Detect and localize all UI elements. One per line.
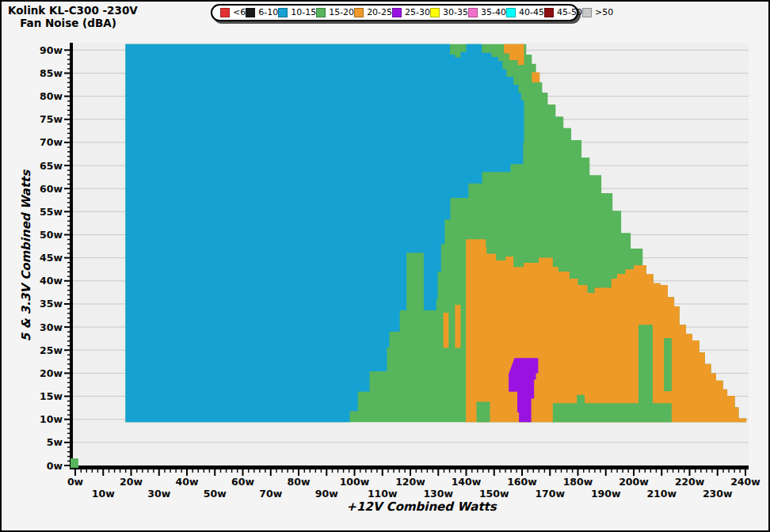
y-minor-tick <box>67 55 70 55</box>
x-minor-tick <box>321 469 322 473</box>
x-major-tick <box>437 469 439 476</box>
x-minor-tick <box>678 469 679 473</box>
y-major-tick <box>64 303 70 305</box>
y-tick-label: 40w <box>40 275 63 287</box>
y-minor-tick <box>67 446 70 447</box>
y-minor-tick <box>67 179 70 180</box>
y-tick-label: 15w <box>40 390 63 402</box>
x-minor-tick <box>125 469 126 473</box>
x-minor-tick <box>739 469 740 473</box>
x-minor-tick <box>310 469 311 473</box>
y-minor-tick <box>67 230 70 230</box>
heatmap-plot: 0w10w20w30w40w50w60w70w80w90w100w110w120… <box>2 2 770 532</box>
y-tick-label: 5w <box>47 436 63 448</box>
x-minor-tick <box>528 469 528 473</box>
x-minor-tick <box>416 469 417 473</box>
y-major-tick <box>64 119 70 120</box>
x-minor-tick <box>371 469 372 473</box>
x-minor-tick <box>231 469 232 473</box>
x-minor-tick <box>259 469 260 473</box>
y-major-tick <box>64 465 70 466</box>
y-tick-label: 85w <box>40 67 63 79</box>
x-axis-title: +12V Combined Watts <box>263 500 580 514</box>
x-tick-label: 0w <box>67 476 84 488</box>
x-minor-tick <box>734 469 734 473</box>
y-minor-tick <box>67 355 70 355</box>
x-minor-tick <box>153 469 154 473</box>
x-major-tick <box>494 469 495 476</box>
x-minor-tick <box>281 469 282 473</box>
y-minor-tick <box>67 169 70 170</box>
y-minor-tick <box>67 161 70 162</box>
x-tick-label: 30w <box>147 488 170 500</box>
x-minor-tick <box>181 469 181 473</box>
x-tick-label: 10w <box>92 488 115 500</box>
y-minor-tick <box>67 193 70 194</box>
y-major-tick <box>64 372 70 374</box>
y-minor-tick <box>67 82 70 83</box>
x-minor-tick <box>455 469 456 473</box>
y-minor-tick <box>67 451 70 452</box>
y-minor-tick <box>67 382 70 383</box>
x-minor-tick <box>627 469 628 473</box>
y-tick-label: 65w <box>40 160 63 172</box>
y-minor-tick <box>67 414 70 415</box>
x-minor-tick <box>109 469 109 473</box>
y-minor-tick <box>67 345 70 346</box>
x-minor-tick <box>555 469 556 473</box>
y-minor-tick <box>67 378 70 378</box>
x-minor-tick <box>700 469 701 473</box>
y-minor-tick <box>67 202 70 203</box>
x-minor-tick <box>566 469 567 473</box>
x-minor-tick <box>248 469 249 473</box>
y-minor-tick <box>67 244 70 245</box>
x-minor-tick <box>164 469 165 473</box>
x-major-tick <box>717 469 719 476</box>
y-minor-tick <box>67 308 70 309</box>
y-tick-label: 80w <box>40 90 63 102</box>
y-minor-tick <box>67 78 70 78</box>
y-minor-tick <box>67 363 70 364</box>
chart-screenshot: Kolink KL-C300 -230V Fan Noise (dBA) <66… <box>0 0 770 532</box>
x-tick-label: 100w <box>340 476 370 488</box>
x-minor-tick <box>86 469 87 473</box>
y-major-tick <box>64 326 70 328</box>
x-minor-tick <box>209 469 210 473</box>
y-minor-tick <box>67 386 70 387</box>
x-minor-tick <box>427 469 428 473</box>
x-minor-tick <box>276 469 276 473</box>
x-minor-tick <box>477 469 478 473</box>
y-minor-tick <box>67 456 70 457</box>
y-minor-tick <box>67 438 70 439</box>
x-tick-label: 110w <box>368 488 398 500</box>
y-major-tick <box>64 349 70 351</box>
y-minor-tick <box>67 114 70 115</box>
y-major-tick <box>64 142 70 143</box>
x-minor-tick <box>376 469 377 473</box>
y-minor-tick <box>67 331 70 332</box>
y-minor-tick <box>67 174 70 175</box>
x-minor-tick <box>510 469 511 473</box>
y-minor-tick <box>67 197 70 198</box>
x-minor-tick <box>695 469 696 473</box>
x-minor-tick <box>170 469 170 473</box>
y-minor-tick <box>67 138 70 139</box>
x-major-tick <box>382 469 383 476</box>
x-tick-label: 180w <box>563 476 593 488</box>
x-tick-label: 80w <box>288 476 311 488</box>
x-major-tick <box>242 469 244 476</box>
y-tick-label: 60w <box>40 183 63 195</box>
y-minor-tick <box>67 313 70 314</box>
x-minor-tick <box>237 469 238 473</box>
y-minor-tick <box>67 239 70 240</box>
y-major-tick <box>64 165 70 166</box>
x-minor-tick <box>572 469 573 473</box>
x-minor-tick <box>292 469 293 473</box>
x-axis-line <box>70 466 749 469</box>
y-minor-tick <box>67 267 70 268</box>
y-major-tick <box>64 72 70 74</box>
y-minor-tick <box>67 290 70 291</box>
x-minor-tick <box>460 469 461 473</box>
x-minor-tick <box>365 469 366 473</box>
y-minor-tick <box>67 359 70 359</box>
